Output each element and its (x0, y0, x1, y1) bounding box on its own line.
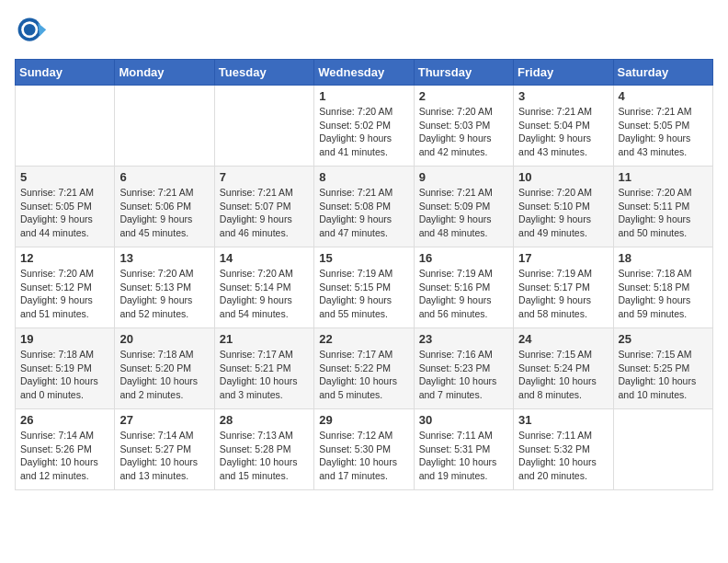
day-content: Sunrise: 7:11 AM Sunset: 5:32 PM Dayligh… (518, 429, 608, 483)
calendar-day-19: 19Sunrise: 7:18 AM Sunset: 5:19 PM Dayli… (16, 328, 115, 409)
calendar-day-29: 29Sunrise: 7:12 AM Sunset: 5:30 PM Dayli… (314, 409, 414, 490)
day-content: Sunrise: 7:21 AM Sunset: 5:04 PM Dayligh… (518, 105, 608, 159)
day-number: 30 (419, 413, 508, 427)
calendar-week-row: 5Sunrise: 7:21 AM Sunset: 5:05 PM Daylig… (16, 167, 713, 247)
day-number: 17 (518, 251, 608, 265)
day-number: 31 (518, 413, 608, 427)
calendar-header-row: SundayMondayTuesdayWednesdayThursdayFrid… (16, 60, 713, 86)
calendar-empty-cell (613, 409, 712, 490)
calendar-day-31: 31Sunrise: 7:11 AM Sunset: 5:32 PM Dayli… (514, 409, 613, 490)
calendar-day-21: 21Sunrise: 7:17 AM Sunset: 5:21 PM Dayli… (214, 328, 313, 409)
day-number: 19 (20, 332, 109, 346)
day-number: 20 (119, 332, 209, 346)
calendar-day-7: 7Sunrise: 7:21 AM Sunset: 5:07 PM Daylig… (214, 167, 313, 247)
calendar-day-17: 17Sunrise: 7:19 AM Sunset: 5:17 PM Dayli… (514, 247, 613, 328)
day-content: Sunrise: 7:15 AM Sunset: 5:24 PM Dayligh… (518, 348, 608, 402)
calendar-day-27: 27Sunrise: 7:14 AM Sunset: 5:27 PM Dayli… (115, 409, 214, 490)
logo-icon (15, 15, 48, 48)
day-number: 13 (119, 251, 209, 265)
calendar-empty-cell (214, 86, 313, 167)
day-number: 18 (619, 251, 708, 265)
day-header-wednesday: Wednesday (314, 60, 414, 86)
day-header-sunday: Sunday (16, 60, 115, 86)
day-header-thursday: Thursday (414, 60, 513, 86)
day-number: 7 (220, 170, 309, 184)
calendar-week-row: 12Sunrise: 7:20 AM Sunset: 5:12 PM Dayli… (16, 247, 713, 328)
day-header-friday: Friday (514, 60, 613, 86)
day-number: 29 (319, 413, 408, 427)
day-content: Sunrise: 7:12 AM Sunset: 5:30 PM Dayligh… (319, 429, 408, 483)
calendar-week-row: 26Sunrise: 7:14 AM Sunset: 5:26 PM Dayli… (16, 409, 713, 490)
day-content: Sunrise: 7:21 AM Sunset: 5:09 PM Dayligh… (419, 186, 508, 240)
day-content: Sunrise: 7:11 AM Sunset: 5:31 PM Dayligh… (419, 429, 508, 483)
day-number: 24 (518, 332, 608, 346)
day-content: Sunrise: 7:13 AM Sunset: 5:28 PM Dayligh… (220, 429, 309, 483)
calendar-day-10: 10Sunrise: 7:20 AM Sunset: 5:10 PM Dayli… (514, 167, 613, 247)
calendar-day-30: 30Sunrise: 7:11 AM Sunset: 5:31 PM Dayli… (414, 409, 513, 490)
day-number: 6 (119, 170, 209, 184)
day-content: Sunrise: 7:17 AM Sunset: 5:21 PM Dayligh… (220, 348, 309, 402)
day-content: Sunrise: 7:21 AM Sunset: 5:08 PM Dayligh… (319, 186, 408, 240)
day-content: Sunrise: 7:18 AM Sunset: 5:19 PM Dayligh… (20, 348, 109, 402)
day-number: 4 (619, 89, 708, 103)
day-content: Sunrise: 7:14 AM Sunset: 5:27 PM Dayligh… (119, 429, 209, 483)
calendar-day-8: 8Sunrise: 7:21 AM Sunset: 5:08 PM Daylig… (314, 167, 414, 247)
day-content: Sunrise: 7:20 AM Sunset: 5:14 PM Dayligh… (220, 267, 309, 321)
day-content: Sunrise: 7:18 AM Sunset: 5:18 PM Dayligh… (619, 267, 708, 321)
day-content: Sunrise: 7:20 AM Sunset: 5:13 PM Dayligh… (119, 267, 209, 321)
day-number: 25 (619, 332, 708, 346)
day-content: Sunrise: 7:17 AM Sunset: 5:22 PM Dayligh… (319, 348, 408, 402)
page-header (15, 15, 713, 48)
day-number: 22 (319, 332, 408, 346)
calendar-day-18: 18Sunrise: 7:18 AM Sunset: 5:18 PM Dayli… (613, 247, 712, 328)
calendar-day-23: 23Sunrise: 7:16 AM Sunset: 5:23 PM Dayli… (414, 328, 513, 409)
day-header-tuesday: Tuesday (214, 60, 313, 86)
calendar-week-row: 19Sunrise: 7:18 AM Sunset: 5:19 PM Dayli… (16, 328, 713, 409)
day-number: 10 (518, 170, 608, 184)
day-content: Sunrise: 7:19 AM Sunset: 5:17 PM Dayligh… (518, 267, 608, 321)
calendar-day-5: 5Sunrise: 7:21 AM Sunset: 5:05 PM Daylig… (16, 167, 115, 247)
day-number: 16 (419, 251, 508, 265)
calendar-day-4: 4Sunrise: 7:21 AM Sunset: 5:05 PM Daylig… (613, 86, 712, 167)
day-content: Sunrise: 7:20 AM Sunset: 5:12 PM Dayligh… (20, 267, 109, 321)
day-content: Sunrise: 7:20 AM Sunset: 5:11 PM Dayligh… (619, 186, 708, 240)
calendar-day-1: 1Sunrise: 7:20 AM Sunset: 5:02 PM Daylig… (314, 86, 414, 167)
day-header-saturday: Saturday (613, 60, 712, 86)
day-content: Sunrise: 7:15 AM Sunset: 5:25 PM Dayligh… (619, 348, 708, 402)
day-number: 21 (220, 332, 309, 346)
calendar-day-13: 13Sunrise: 7:20 AM Sunset: 5:13 PM Dayli… (115, 247, 214, 328)
calendar-day-2: 2Sunrise: 7:20 AM Sunset: 5:03 PM Daylig… (414, 86, 513, 167)
day-content: Sunrise: 7:21 AM Sunset: 5:07 PM Dayligh… (220, 186, 309, 240)
calendar-day-9: 9Sunrise: 7:21 AM Sunset: 5:09 PM Daylig… (414, 167, 513, 247)
day-content: Sunrise: 7:21 AM Sunset: 5:05 PM Dayligh… (619, 105, 708, 159)
calendar-day-24: 24Sunrise: 7:15 AM Sunset: 5:24 PM Dayli… (514, 328, 613, 409)
day-number: 26 (20, 413, 109, 427)
day-content: Sunrise: 7:20 AM Sunset: 5:10 PM Dayligh… (518, 186, 608, 240)
day-number: 23 (419, 332, 508, 346)
calendar-day-22: 22Sunrise: 7:17 AM Sunset: 5:22 PM Dayli… (314, 328, 414, 409)
calendar-day-26: 26Sunrise: 7:14 AM Sunset: 5:26 PM Dayli… (16, 409, 115, 490)
calendar-day-15: 15Sunrise: 7:19 AM Sunset: 5:15 PM Dayli… (314, 247, 414, 328)
day-number: 8 (319, 170, 408, 184)
day-content: Sunrise: 7:21 AM Sunset: 5:06 PM Dayligh… (119, 186, 209, 240)
calendar-empty-cell (115, 86, 214, 167)
day-content: Sunrise: 7:19 AM Sunset: 5:16 PM Dayligh… (419, 267, 508, 321)
calendar-day-12: 12Sunrise: 7:20 AM Sunset: 5:12 PM Dayli… (16, 247, 115, 328)
day-number: 9 (419, 170, 508, 184)
day-content: Sunrise: 7:21 AM Sunset: 5:05 PM Dayligh… (20, 186, 109, 240)
day-number: 15 (319, 251, 408, 265)
day-content: Sunrise: 7:20 AM Sunset: 5:03 PM Dayligh… (419, 105, 508, 159)
day-header-monday: Monday (115, 60, 214, 86)
day-number: 5 (20, 170, 109, 184)
day-content: Sunrise: 7:16 AM Sunset: 5:23 PM Dayligh… (419, 348, 508, 402)
calendar-day-3: 3Sunrise: 7:21 AM Sunset: 5:04 PM Daylig… (514, 86, 613, 167)
calendar-table: SundayMondayTuesdayWednesdayThursdayFrid… (15, 59, 713, 490)
calendar-day-20: 20Sunrise: 7:18 AM Sunset: 5:20 PM Dayli… (115, 328, 214, 409)
calendar-day-16: 16Sunrise: 7:19 AM Sunset: 5:16 PM Dayli… (414, 247, 513, 328)
day-number: 12 (20, 251, 109, 265)
svg-point-2 (24, 24, 36, 36)
day-content: Sunrise: 7:18 AM Sunset: 5:20 PM Dayligh… (119, 348, 209, 402)
calendar-day-28: 28Sunrise: 7:13 AM Sunset: 5:28 PM Dayli… (214, 409, 313, 490)
day-number: 2 (419, 89, 508, 103)
calendar-week-row: 1Sunrise: 7:20 AM Sunset: 5:02 PM Daylig… (16, 86, 713, 167)
